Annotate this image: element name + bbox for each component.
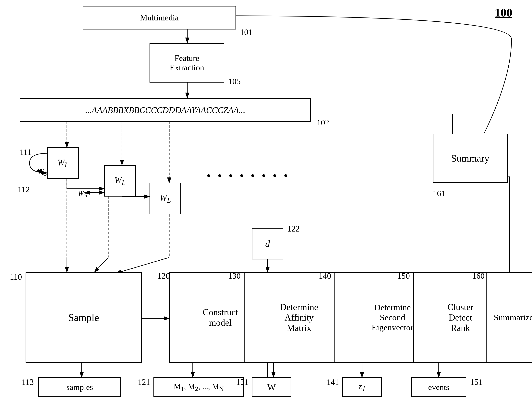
ref-100: 100 bbox=[495, 6, 512, 19]
ref-130: 130 bbox=[228, 271, 241, 281]
dots: • • • • • • • • bbox=[207, 169, 290, 183]
ref-122: 122 bbox=[287, 224, 300, 234]
ref-141: 141 bbox=[327, 377, 339, 387]
ref-120: 120 bbox=[157, 271, 170, 281]
summarize-box: Summarize bbox=[486, 272, 532, 363]
multimedia-box: Multimedia bbox=[83, 6, 236, 30]
diagram: 100 Multimedia 101 Feature Extraction 10… bbox=[0, 0, 532, 397]
wl2-box: WL bbox=[104, 165, 136, 197]
ref-121: 121 bbox=[138, 377, 150, 387]
svg-line-17 bbox=[95, 257, 108, 272]
w-box: W bbox=[252, 377, 291, 397]
ref-111: 111 bbox=[20, 147, 32, 157]
samples-box: samples bbox=[38, 377, 121, 397]
ws2-label: WS bbox=[78, 189, 87, 199]
ref-131: 131 bbox=[236, 377, 248, 387]
ref-110: 110 bbox=[10, 272, 22, 282]
svg-line-19 bbox=[116, 257, 169, 273]
z1-box: z1 bbox=[342, 377, 382, 397]
ref-140: 140 bbox=[319, 271, 331, 281]
ref-101: 101 bbox=[240, 27, 253, 37]
sample-box: Sample bbox=[25, 272, 142, 363]
ref-160: 160 bbox=[472, 271, 485, 281]
ref-150: 150 bbox=[397, 271, 410, 281]
ref-105: 105 bbox=[228, 77, 241, 86]
summary-box: Summary bbox=[433, 134, 508, 183]
ref-113: 113 bbox=[22, 377, 34, 387]
ref-151: 151 bbox=[470, 377, 483, 387]
models-box: M1, M2, ..., MN bbox=[153, 377, 244, 397]
wl1-box: WL bbox=[47, 147, 79, 179]
ref-102: 102 bbox=[317, 118, 329, 127]
ref-161: 161 bbox=[433, 189, 445, 198]
wl3-box: WL bbox=[150, 183, 181, 214]
events-box: events bbox=[411, 377, 466, 397]
ws1-label: WS bbox=[37, 167, 47, 177]
d-box: d bbox=[252, 228, 283, 260]
ref-112: 112 bbox=[18, 185, 30, 194]
feature-extraction-box: Feature Extraction bbox=[150, 43, 224, 82]
sequence-box: ...AAABBBXBBCCCCDDDAAYAACCCZAA... bbox=[20, 98, 311, 122]
